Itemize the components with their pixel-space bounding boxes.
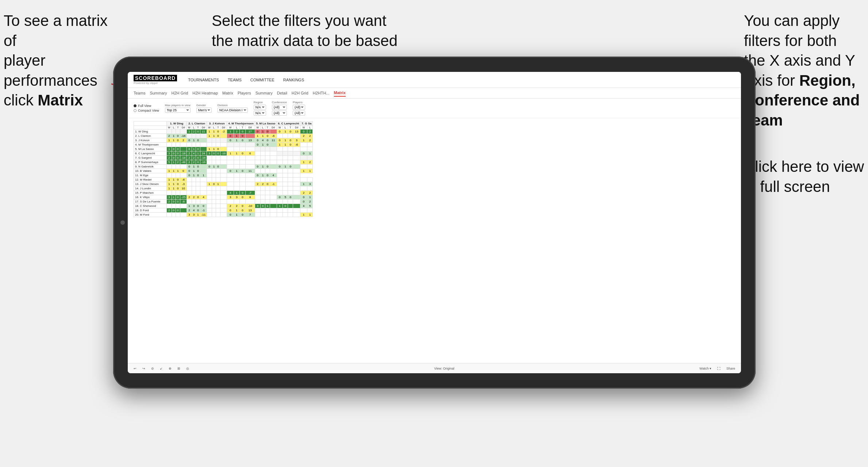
cell-r9-c3-2: 0	[239, 169, 245, 173]
tool6-btn[interactable]: ⊞	[176, 366, 182, 371]
tab-players[interactable]: Players	[238, 90, 251, 96]
cell-r11-c3-1	[234, 178, 240, 182]
cell-r17-c0-0	[167, 204, 172, 208]
cell-r10-c3-3	[245, 173, 255, 178]
cell-r6-c5-1	[283, 156, 288, 160]
cell-r16-c2-0	[207, 200, 212, 204]
cell-r0-c5-3: 13	[293, 130, 300, 134]
watch-btn[interactable]: Watch ▾	[698, 366, 713, 371]
cell-r12-c5-3	[293, 182, 300, 186]
cell-r10-c1-1: 1	[192, 173, 196, 178]
redo-btn[interactable]: ↪	[141, 366, 147, 371]
cell-r1-c0-3: -16	[180, 134, 187, 138]
cell-r18-c3-3: 13	[245, 208, 255, 213]
cell-r14-c5-1	[283, 191, 288, 195]
cell-r1-c3-2: 0	[239, 134, 245, 138]
cell-r3-c0-1	[172, 143, 176, 147]
nav-tournaments[interactable]: TOURNAMENTS	[188, 76, 219, 84]
tool4-btn[interactable]: ↙	[158, 366, 164, 371]
players-select-x[interactable]: (All)	[293, 105, 305, 110]
tab-summary2[interactable]: Summary	[256, 90, 273, 96]
cell-r11-c4-2	[265, 178, 270, 182]
compact-view-radio[interactable]	[134, 109, 137, 112]
player-name-9: 10. B Valdes	[134, 169, 167, 173]
tab-h2h-heatmap[interactable]: H2H Heatmap	[192, 90, 218, 96]
region-select-y[interactable]: N/A	[254, 111, 266, 116]
cell-r5-c4-3	[270, 151, 277, 156]
cell-r4-c1-2: 0	[196, 147, 200, 151]
cell-r11-c4-1	[261, 178, 265, 182]
cell-r3-c5-2: 0	[288, 143, 293, 147]
cell-r9-c6-1: 1	[307, 169, 313, 173]
cell-r17-c2-1	[212, 204, 216, 208]
tab-h2h-grid2[interactable]: H2H Grid	[292, 90, 308, 96]
tab-matrix[interactable]: Matrix	[222, 90, 233, 96]
cell-r18-c3-1: 1	[234, 208, 240, 213]
cell-r1-c1-2	[196, 134, 200, 138]
cell-r5-c4-0	[255, 151, 260, 156]
cell-r7-c1-0: 2	[187, 160, 192, 165]
conference-select-y[interactable]: (All)	[272, 111, 287, 116]
cell-r13-c5-1	[283, 186, 288, 191]
cell-r15-c0-0: 3	[167, 195, 172, 200]
cell-r11-c3-2	[239, 178, 245, 182]
full-view-option[interactable]: Full View	[134, 104, 159, 108]
tab-h2h-grid[interactable]: H2H Grid	[171, 90, 188, 96]
division-label: Division	[218, 104, 248, 107]
cell-r16-c3-0	[227, 200, 234, 204]
cell-r18-c2-1	[212, 208, 216, 213]
cell-r8-c0-2	[176, 165, 180, 169]
cell-r11-c0-2: 0	[176, 178, 180, 182]
cell-r9-c4-2	[265, 169, 270, 173]
player-name-14: 15. P Maichon	[134, 191, 167, 195]
col-header-1: 1. W Ding	[167, 121, 187, 126]
cell-r1-c1-1	[192, 134, 196, 138]
cell-r5-c1-1: 4	[192, 151, 196, 156]
tab-detail[interactable]: Detail	[277, 90, 287, 96]
nav-teams[interactable]: TEAMS	[228, 76, 242, 84]
cell-r6-c1-2: 0	[196, 156, 200, 160]
tab-matrix-active[interactable]: Matrix	[334, 89, 346, 97]
nav-committee[interactable]: COMMITTEE	[250, 76, 274, 84]
cell-r16-c2-1	[212, 200, 216, 204]
tool3-btn[interactable]: ⊘	[150, 366, 155, 371]
region-select-x[interactable]: N/A	[254, 105, 266, 110]
cell-r0-c4-1: 1	[261, 130, 265, 134]
division-select[interactable]: NCAA Division I	[218, 108, 248, 113]
tool5-btn[interactable]: ⊕	[167, 366, 173, 371]
tab-summary[interactable]: Summary	[150, 90, 167, 96]
cell-r7-c2-2	[216, 160, 220, 165]
share-btn[interactable]: Share	[725, 366, 737, 371]
undo-btn[interactable]: ↩	[132, 366, 138, 371]
matrix-container[interactable]: 1. W Ding 2. L Clanton 3. J Koivun 4. M …	[128, 118, 741, 369]
gender-select[interactable]: Men's	[196, 108, 212, 113]
cell-r2-c2-1	[212, 138, 216, 143]
tab-teams[interactable]: Teams	[134, 90, 145, 96]
cell-r19-c0-3	[180, 213, 187, 217]
cell-r19-c3-0: 0	[227, 213, 234, 217]
full-view-radio[interactable]	[134, 104, 137, 107]
cell-r11-c1-0	[187, 178, 192, 182]
cell-r4-c1-3	[200, 147, 207, 151]
tool7-btn[interactable]: ◎	[185, 366, 191, 371]
cell-r0-c2-0: 1	[207, 130, 212, 134]
player-name-3: 4. M Thorbjornsen	[134, 143, 167, 147]
cell-r0-c3-3: 17	[245, 130, 255, 134]
cell-r12-c4-3: -1	[270, 182, 277, 186]
cell-r7-c2-0	[207, 160, 212, 165]
cell-r16-c2-3	[220, 200, 227, 204]
fullscreen-btn[interactable]: ⛶	[716, 366, 722, 371]
region-label: Region	[254, 101, 266, 104]
max-players-select[interactable]: Top 25	[165, 108, 191, 113]
nav-rankings[interactable]: RANKINGS	[283, 76, 304, 84]
cell-r9-c0-3: 0	[180, 169, 187, 173]
conference-select-x[interactable]: (All)	[272, 105, 287, 110]
cell-r9-c2-1	[212, 169, 216, 173]
tab-h2hth[interactable]: H2HTH...	[313, 90, 330, 96]
cell-r5-c2-3: -16	[220, 151, 227, 156]
players-select-y[interactable]: (All)	[293, 111, 305, 116]
cell-r15-c1-2: 0	[196, 195, 200, 200]
cell-r1-c3-0: 0	[227, 134, 234, 138]
compact-view-option[interactable]: Compact View	[134, 109, 159, 112]
cell-r2-c2-0	[207, 138, 212, 143]
